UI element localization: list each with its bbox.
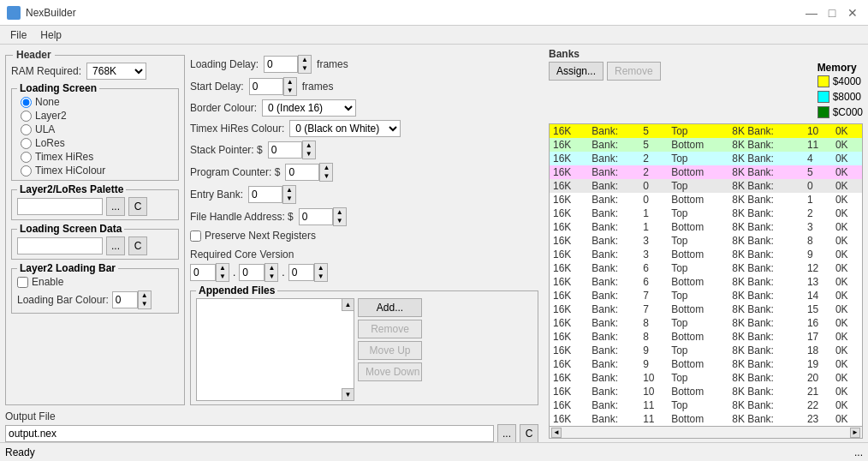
core-v1-up[interactable]: ▲ — [217, 264, 229, 272]
entry-bank-input[interactable] — [248, 186, 282, 203]
table-row[interactable]: 16KBank:8Top8K Bank:160K — [550, 316, 862, 330]
radio-timex-hicolour[interactable]: Timex HiColour — [21, 165, 173, 177]
table-row[interactable]: 16KBank:9Bottom8K Bank:190K — [550, 357, 862, 371]
loading-screen-data-input[interactable] — [17, 237, 103, 254]
program-counter-up[interactable]: ▲ — [320, 164, 332, 172]
file-handle-address-input[interactable] — [299, 208, 333, 225]
banks-horizontal-scroll[interactable]: ◄ ► — [549, 427, 863, 439]
table-row[interactable]: 16KBank:9Top8K Bank:180K — [550, 344, 862, 357]
mem-color-0 — [817, 75, 829, 87]
output-file-clear-btn[interactable]: C — [520, 424, 538, 442]
scroll-left-btn[interactable]: ◄ — [551, 428, 562, 438]
core-v3-input[interactable] — [288, 264, 314, 281]
menu-file[interactable]: File — [3, 27, 33, 43]
core-v3-up[interactable]: ▲ — [315, 264, 327, 272]
table-row[interactable]: 16KBank:1Top8K Bank:20K — [550, 207, 862, 220]
maximize-button[interactable]: □ — [823, 4, 841, 21]
banks-table-container: 16KBank:5Top8K Bank:100K16KBank:5Bottom8… — [549, 123, 863, 427]
program-counter-input[interactable] — [285, 164, 319, 181]
appended-remove-btn[interactable]: Remove — [358, 320, 422, 338]
assign-btn[interactable]: Assign... — [549, 62, 603, 81]
status-text: Ready — [5, 446, 35, 458]
radio-none[interactable]: None — [21, 96, 173, 108]
loading-delay-down[interactable]: ▼ — [299, 64, 311, 73]
radio-timex-hires[interactable]: Timex HiRes — [21, 151, 173, 163]
loading-bar-colour-down[interactable]: ▼ — [139, 300, 151, 308]
table-row[interactable]: 16KBank:7Bottom8K Bank:150K — [550, 302, 862, 316]
radio-ula[interactable]: ULA — [21, 123, 173, 135]
l2b-enable-check[interactable]: Enable — [17, 276, 173, 288]
loading-delay-input[interactable] — [264, 56, 298, 73]
palette-clear-btn[interactable]: C — [128, 197, 147, 216]
core-v2-down[interactable]: ▼ — [265, 272, 277, 281]
start-delay-down[interactable]: ▼ — [284, 87, 296, 95]
file-handle-address-down[interactable]: ▼ — [334, 217, 346, 225]
scroll-right-btn[interactable]: ► — [850, 428, 860, 438]
stack-pointer-up[interactable]: ▲ — [303, 141, 315, 150]
table-row[interactable]: 16KBank:11Bottom8K Bank:230K — [550, 412, 862, 426]
palette-input[interactable] — [17, 198, 103, 215]
core-v1-down[interactable]: ▼ — [217, 272, 229, 281]
appended-move-down-btn[interactable]: Move Down — [358, 362, 422, 381]
minimize-button[interactable]: — — [803, 4, 820, 21]
table-row[interactable]: 16KBank:10Top8K Bank:200K — [550, 371, 862, 385]
output-file-dots-btn[interactable]: ... — [497, 424, 516, 442]
banks-remove-btn[interactable]: Remove — [607, 62, 661, 81]
lsd-dots-btn[interactable]: ... — [106, 236, 125, 255]
entry-bank-down[interactable]: ▼ — [283, 195, 295, 203]
menu-help[interactable]: Help — [33, 27, 68, 43]
preserve-next-registers-check[interactable]: Preserve Next Registers — [190, 230, 316, 242]
table-row[interactable]: 16KBank:0Top8K Bank:00K — [550, 179, 862, 193]
table-row[interactable]: 16KBank:7Top8K Bank:140K — [550, 289, 862, 302]
header-group: Header RAM Required: 768K1M2M Loading Sc… — [5, 55, 185, 405]
core-v2-up[interactable]: ▲ — [265, 264, 277, 272]
start-delay-up[interactable]: ▲ — [284, 78, 296, 87]
border-colour-select[interactable]: 0 (Index 16) — [262, 99, 356, 117]
stack-pointer-input[interactable] — [268, 141, 302, 159]
right-config: Loading Delay: ▲ ▼ frames Start Delay: — [190, 55, 538, 405]
radio-layer2[interactable]: Layer2 — [21, 110, 173, 122]
banks-title: Banks — [549, 48, 863, 60]
table-row[interactable]: 16KBank:2Bottom8K Bank:50K — [550, 165, 862, 179]
ram-required-select[interactable]: 768K1M2M — [86, 63, 146, 80]
appended-files-group: Appended Files ▲ ▼ Add... Remove Move Up… — [190, 290, 538, 405]
table-row[interactable]: 16KBank:10Bottom8K Bank:210K — [550, 385, 862, 398]
start-delay-label: Start Delay: — [190, 81, 244, 93]
appended-add-btn[interactable]: Add... — [358, 298, 422, 317]
output-file-input[interactable] — [5, 425, 494, 442]
core-v3-down[interactable]: ▼ — [315, 272, 327, 281]
table-row[interactable]: 16KBank:3Top8K Bank:80K — [550, 234, 862, 248]
start-delay-input[interactable] — [249, 78, 283, 95]
appended-move-up-btn[interactable]: Move Up — [358, 341, 422, 360]
loading-screen-data-group: Loading Screen Data ... C — [11, 229, 179, 260]
table-row[interactable]: 16KBank:5Top8K Bank:100K — [550, 124, 862, 138]
loading-bar-colour-input[interactable] — [112, 291, 138, 308]
table-row[interactable]: 16KBank:1Bottom8K Bank:30K — [550, 220, 862, 234]
entry-bank-up[interactable]: ▲ — [283, 186, 295, 195]
table-row[interactable]: 16KBank:5Bottom8K Bank:110K — [550, 138, 862, 152]
title-bar: NexBuilder — □ ✕ — [0, 0, 868, 26]
table-row[interactable]: 16KBank:8Bottom8K Bank:170K — [550, 330, 862, 344]
table-row[interactable]: 16KBank:0Bottom8K Bank:10K — [550, 193, 862, 207]
program-counter-down[interactable]: ▼ — [320, 172, 332, 181]
appended-list-scroll-down[interactable]: ▼ — [342, 388, 354, 400]
required-core-version: Required Core Version ▲ ▼ . — [190, 248, 538, 282]
lsd-clear-btn[interactable]: C — [128, 236, 147, 255]
stack-pointer-down[interactable]: ▼ — [303, 150, 315, 159]
appended-list-scroll-up[interactable]: ▲ — [342, 299, 354, 311]
table-row[interactable]: 16KBank:2Top8K Bank:40K — [550, 152, 862, 165]
core-v1-input[interactable] — [190, 264, 216, 281]
timex-hires-colour-select[interactable]: 0 (Black on White) — [289, 120, 401, 137]
radio-lores[interactable]: LoRes — [21, 137, 173, 149]
loading-bar-colour-up[interactable]: ▲ — [139, 291, 151, 300]
file-handle-address-up[interactable]: ▲ — [334, 208, 346, 217]
memory-legend: Memory $4000 $8000 $C000 — [817, 62, 863, 120]
table-row[interactable]: 16KBank:11Top8K Bank:220K — [550, 398, 862, 412]
core-v2-input[interactable] — [239, 264, 265, 281]
table-row[interactable]: 16KBank:3Bottom8K Bank:90K — [550, 248, 862, 261]
table-row[interactable]: 16KBank:6Top8K Bank:120K — [550, 261, 862, 275]
table-row[interactable]: 16KBank:6Bottom8K Bank:130K — [550, 275, 862, 289]
palette-dots-btn[interactable]: ... — [106, 197, 125, 216]
close-button[interactable]: ✕ — [844, 4, 861, 21]
loading-delay-up[interactable]: ▲ — [299, 56, 311, 64]
